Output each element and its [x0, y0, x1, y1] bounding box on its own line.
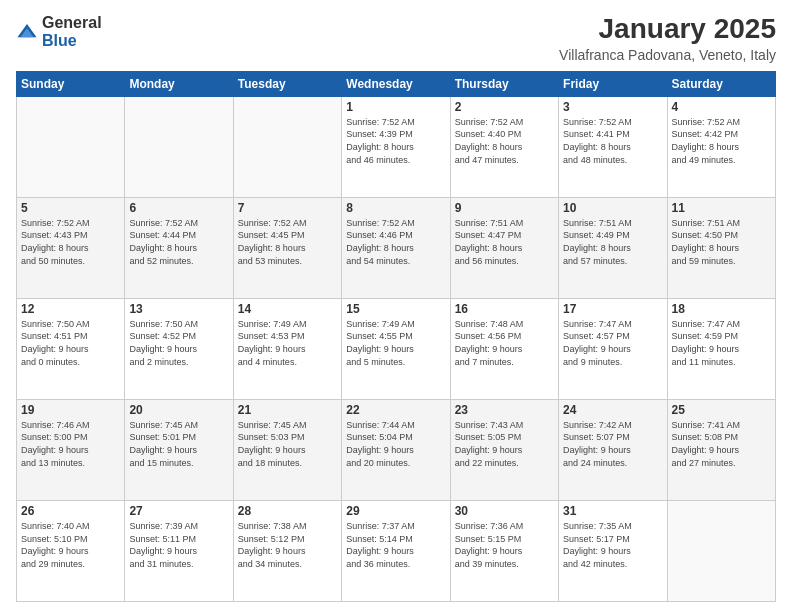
day-info: Sunrise: 7:36 AM Sunset: 5:15 PM Dayligh… — [455, 520, 554, 570]
logo-general: General — [42, 14, 102, 31]
day-info: Sunrise: 7:43 AM Sunset: 5:05 PM Dayligh… — [455, 419, 554, 469]
table-row: 16Sunrise: 7:48 AM Sunset: 4:56 PM Dayli… — [450, 298, 558, 399]
day-info: Sunrise: 7:39 AM Sunset: 5:11 PM Dayligh… — [129, 520, 228, 570]
day-info: Sunrise: 7:37 AM Sunset: 5:14 PM Dayligh… — [346, 520, 445, 570]
table-row: 1Sunrise: 7:52 AM Sunset: 4:39 PM Daylig… — [342, 96, 450, 197]
table-row: 20Sunrise: 7:45 AM Sunset: 5:01 PM Dayli… — [125, 399, 233, 500]
table-row: 19Sunrise: 7:46 AM Sunset: 5:00 PM Dayli… — [17, 399, 125, 500]
title-block: January 2025 Villafranca Padovana, Venet… — [559, 14, 776, 63]
table-row: 7Sunrise: 7:52 AM Sunset: 4:45 PM Daylig… — [233, 197, 341, 298]
day-number: 7 — [238, 201, 337, 215]
day-info: Sunrise: 7:52 AM Sunset: 4:43 PM Dayligh… — [21, 217, 120, 267]
day-number: 14 — [238, 302, 337, 316]
calendar-week-row: 5Sunrise: 7:52 AM Sunset: 4:43 PM Daylig… — [17, 197, 776, 298]
day-number: 4 — [672, 100, 771, 114]
day-info: Sunrise: 7:48 AM Sunset: 4:56 PM Dayligh… — [455, 318, 554, 368]
logo-text: General Blue — [42, 14, 102, 50]
day-info: Sunrise: 7:52 AM Sunset: 4:42 PM Dayligh… — [672, 116, 771, 166]
day-number: 11 — [672, 201, 771, 215]
calendar-week-row: 26Sunrise: 7:40 AM Sunset: 5:10 PM Dayli… — [17, 500, 776, 601]
table-row: 6Sunrise: 7:52 AM Sunset: 4:44 PM Daylig… — [125, 197, 233, 298]
table-row — [667, 500, 775, 601]
day-number: 24 — [563, 403, 662, 417]
weekday-header-row: Sunday Monday Tuesday Wednesday Thursday… — [17, 71, 776, 96]
day-info: Sunrise: 7:47 AM Sunset: 4:59 PM Dayligh… — [672, 318, 771, 368]
calendar-week-row: 12Sunrise: 7:50 AM Sunset: 4:51 PM Dayli… — [17, 298, 776, 399]
location-title: Villafranca Padovana, Veneto, Italy — [559, 47, 776, 63]
day-number: 16 — [455, 302, 554, 316]
table-row: 17Sunrise: 7:47 AM Sunset: 4:57 PM Dayli… — [559, 298, 667, 399]
day-number: 17 — [563, 302, 662, 316]
day-number: 26 — [21, 504, 120, 518]
day-number: 22 — [346, 403, 445, 417]
table-row — [233, 96, 341, 197]
day-info: Sunrise: 7:52 AM Sunset: 4:41 PM Dayligh… — [563, 116, 662, 166]
day-info: Sunrise: 7:42 AM Sunset: 5:07 PM Dayligh… — [563, 419, 662, 469]
header: General Blue January 2025 Villafranca Pa… — [16, 14, 776, 63]
day-number: 12 — [21, 302, 120, 316]
table-row: 4Sunrise: 7:52 AM Sunset: 4:42 PM Daylig… — [667, 96, 775, 197]
day-number: 20 — [129, 403, 228, 417]
header-monday: Monday — [125, 71, 233, 96]
day-number: 15 — [346, 302, 445, 316]
day-info: Sunrise: 7:45 AM Sunset: 5:01 PM Dayligh… — [129, 419, 228, 469]
table-row: 11Sunrise: 7:51 AM Sunset: 4:50 PM Dayli… — [667, 197, 775, 298]
header-tuesday: Tuesday — [233, 71, 341, 96]
table-row: 3Sunrise: 7:52 AM Sunset: 4:41 PM Daylig… — [559, 96, 667, 197]
day-number: 3 — [563, 100, 662, 114]
logo-icon — [16, 21, 38, 43]
table-row: 25Sunrise: 7:41 AM Sunset: 5:08 PM Dayli… — [667, 399, 775, 500]
header-saturday: Saturday — [667, 71, 775, 96]
day-info: Sunrise: 7:40 AM Sunset: 5:10 PM Dayligh… — [21, 520, 120, 570]
day-number: 28 — [238, 504, 337, 518]
day-number: 1 — [346, 100, 445, 114]
day-number: 31 — [563, 504, 662, 518]
header-friday: Friday — [559, 71, 667, 96]
day-number: 9 — [455, 201, 554, 215]
day-info: Sunrise: 7:46 AM Sunset: 5:00 PM Dayligh… — [21, 419, 120, 469]
day-number: 19 — [21, 403, 120, 417]
table-row: 8Sunrise: 7:52 AM Sunset: 4:46 PM Daylig… — [342, 197, 450, 298]
table-row: 13Sunrise: 7:50 AM Sunset: 4:52 PM Dayli… — [125, 298, 233, 399]
table-row: 18Sunrise: 7:47 AM Sunset: 4:59 PM Dayli… — [667, 298, 775, 399]
table-row: 29Sunrise: 7:37 AM Sunset: 5:14 PM Dayli… — [342, 500, 450, 601]
table-row: 15Sunrise: 7:49 AM Sunset: 4:55 PM Dayli… — [342, 298, 450, 399]
calendar-week-row: 19Sunrise: 7:46 AM Sunset: 5:00 PM Dayli… — [17, 399, 776, 500]
logo: General Blue — [16, 14, 102, 50]
day-number: 8 — [346, 201, 445, 215]
day-number: 23 — [455, 403, 554, 417]
table-row — [17, 96, 125, 197]
table-row: 5Sunrise: 7:52 AM Sunset: 4:43 PM Daylig… — [17, 197, 125, 298]
day-number: 13 — [129, 302, 228, 316]
day-info: Sunrise: 7:52 AM Sunset: 4:40 PM Dayligh… — [455, 116, 554, 166]
table-row: 27Sunrise: 7:39 AM Sunset: 5:11 PM Dayli… — [125, 500, 233, 601]
day-number: 18 — [672, 302, 771, 316]
calendar-week-row: 1Sunrise: 7:52 AM Sunset: 4:39 PM Daylig… — [17, 96, 776, 197]
header-thursday: Thursday — [450, 71, 558, 96]
day-info: Sunrise: 7:38 AM Sunset: 5:12 PM Dayligh… — [238, 520, 337, 570]
day-number: 21 — [238, 403, 337, 417]
page: General Blue January 2025 Villafranca Pa… — [0, 0, 792, 612]
day-number: 10 — [563, 201, 662, 215]
table-row: 28Sunrise: 7:38 AM Sunset: 5:12 PM Dayli… — [233, 500, 341, 601]
day-info: Sunrise: 7:41 AM Sunset: 5:08 PM Dayligh… — [672, 419, 771, 469]
calendar-table: Sunday Monday Tuesday Wednesday Thursday… — [16, 71, 776, 602]
day-info: Sunrise: 7:50 AM Sunset: 4:52 PM Dayligh… — [129, 318, 228, 368]
table-row: 2Sunrise: 7:52 AM Sunset: 4:40 PM Daylig… — [450, 96, 558, 197]
day-info: Sunrise: 7:47 AM Sunset: 4:57 PM Dayligh… — [563, 318, 662, 368]
day-number: 29 — [346, 504, 445, 518]
day-info: Sunrise: 7:44 AM Sunset: 5:04 PM Dayligh… — [346, 419, 445, 469]
day-info: Sunrise: 7:50 AM Sunset: 4:51 PM Dayligh… — [21, 318, 120, 368]
day-number: 30 — [455, 504, 554, 518]
day-info: Sunrise: 7:49 AM Sunset: 4:55 PM Dayligh… — [346, 318, 445, 368]
table-row — [125, 96, 233, 197]
day-info: Sunrise: 7:52 AM Sunset: 4:46 PM Dayligh… — [346, 217, 445, 267]
day-info: Sunrise: 7:52 AM Sunset: 4:44 PM Dayligh… — [129, 217, 228, 267]
table-row: 26Sunrise: 7:40 AM Sunset: 5:10 PM Dayli… — [17, 500, 125, 601]
header-wednesday: Wednesday — [342, 71, 450, 96]
table-row: 10Sunrise: 7:51 AM Sunset: 4:49 PM Dayli… — [559, 197, 667, 298]
table-row: 30Sunrise: 7:36 AM Sunset: 5:15 PM Dayli… — [450, 500, 558, 601]
day-number: 5 — [21, 201, 120, 215]
table-row: 24Sunrise: 7:42 AM Sunset: 5:07 PM Dayli… — [559, 399, 667, 500]
day-number: 2 — [455, 100, 554, 114]
